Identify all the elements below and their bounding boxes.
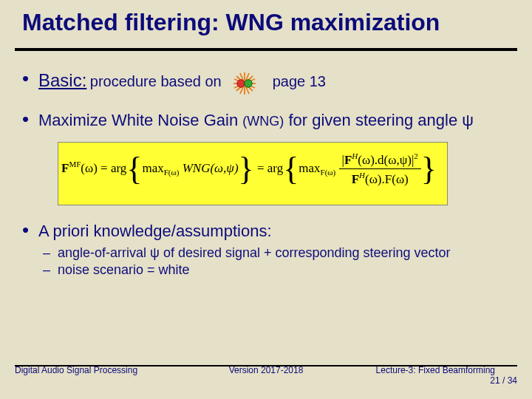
eq-max1-sub: F(ω) xyxy=(164,168,180,177)
num-F: F xyxy=(344,152,352,166)
footer-right: Lecture-3: Fixed Beamforming xyxy=(376,365,495,375)
num-rest: (ω).d(ω,ψ) xyxy=(358,152,412,166)
svg-point-8 xyxy=(237,80,245,87)
bullet-maximize: Maximize White Noise Gain (WNG) for give… xyxy=(18,111,514,205)
eq-F: F xyxy=(61,161,69,175)
den-rest: (ω).F(ω) xyxy=(365,172,409,186)
page-title: Matched filtering: WNG maximization xyxy=(22,9,510,36)
title-wrap: Matched filtering: WNG maximization xyxy=(0,0,532,41)
slide-body: Basic: procedure based on xyxy=(0,51,532,278)
b2-post: for given steering angle ψ xyxy=(288,111,474,129)
eq-MF-sup: MF xyxy=(69,160,81,168)
basic-rest: procedure based on xyxy=(90,73,222,89)
eq-max2: max xyxy=(299,161,320,175)
sub-bullet-2: noise scenario = white xyxy=(38,262,514,278)
equation-fraction: |FH(ω).d(ω,ψ)|2 FH(ω).F(ω) xyxy=(339,151,421,187)
eq-eq2: = arg xyxy=(254,161,284,175)
slide: Matched filtering: WNG maximization Basi… xyxy=(0,0,532,399)
sub-bullet-1: angle-of-arrival ψ of desired signal + c… xyxy=(38,245,514,261)
page-reference: page 13 xyxy=(273,73,326,89)
svg-point-9 xyxy=(245,80,252,87)
den-H: H xyxy=(359,171,365,180)
bullet-basic: Basic: procedure based on xyxy=(18,70,514,95)
equation-box: FMF(ω) = arg{maxF(ω) WNG(ω,ψ)} = arg{max… xyxy=(58,142,448,205)
bullet-list: Basic: procedure based on xyxy=(18,70,514,278)
slide-footer: Digital Audio Signal Processing Version … xyxy=(15,365,517,386)
num-sq: 2 xyxy=(414,151,418,160)
eq-max1: max xyxy=(142,161,163,175)
fraction-denominator: FH(ω).F(ω) xyxy=(339,169,421,187)
bullet-apriori: A priori knowledge/assumptions: angle-of… xyxy=(18,222,514,278)
den-F1: F xyxy=(352,172,359,186)
eq-omegaeq: (ω) = arg xyxy=(81,161,126,175)
sun-icon xyxy=(231,72,259,95)
footer-right-group: Lecture-3: Fixed Beamforming 21 / 34 xyxy=(349,365,517,386)
footer-mid: Version 2017-2018 xyxy=(183,365,350,386)
sub-bullet-list: angle-of-arrival ψ of desired signal + c… xyxy=(38,245,514,278)
eq-max2-sub: F(ω) xyxy=(321,168,336,177)
footer-left: Digital Audio Signal Processing xyxy=(15,365,183,386)
b3-label: A priori knowledge/assumptions: xyxy=(38,222,272,240)
basic-label: Basic: xyxy=(38,70,86,90)
footer-page: 21 / 34 xyxy=(490,375,517,386)
b2-pre: Maximize White Noise Gain xyxy=(38,111,238,129)
equation: FMF(ω) = arg{maxF(ω) WNG(ω,ψ)} = arg{max… xyxy=(61,161,437,175)
b2-wng: (WNG) xyxy=(242,114,284,129)
fraction-numerator: |FH(ω).d(ω,ψ)|2 xyxy=(339,151,421,170)
eq-wng: WNG(ω,ψ) xyxy=(179,161,238,175)
